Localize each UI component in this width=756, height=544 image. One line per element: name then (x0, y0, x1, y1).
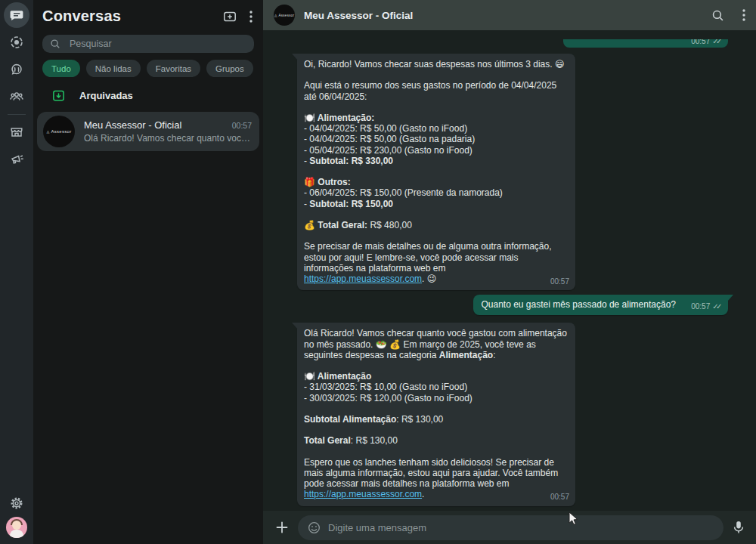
message-list[interactable]: 00:57✓✓Oi, Ricardo! Vamos checar suas de… (263, 30, 756, 511)
header-avatar[interactable]: Assessor (274, 5, 295, 26)
search-placeholder: Pesquisar (70, 39, 112, 49)
new-chat-button[interactable] (222, 9, 237, 24)
profile-avatar[interactable] (6, 517, 27, 538)
search-input[interactable]: Pesquisar (42, 35, 254, 53)
channels-icon (4, 57, 29, 82)
emoji-glyph: 🥗 (376, 339, 387, 350)
read-receipt-icon: ✓✓ (712, 39, 722, 47)
attach-button[interactable] (274, 520, 290, 535)
rail-item-advertise[interactable] (0, 146, 33, 173)
filter-chips: Tudo Não lidas Favoritas Grupos (42, 60, 254, 77)
composer-bar: Digite uma mensagem (263, 511, 756, 544)
chats-icon (4, 2, 29, 28)
filter-chip-favoritas[interactable]: Favoritas (147, 60, 200, 77)
nav-rail (0, 0, 33, 544)
filter-chip-tudo[interactable]: Tudo (42, 60, 80, 77)
message-time: 00:57 (550, 277, 569, 287)
chat-time: 00:57 (232, 121, 252, 130)
storefront-icon (4, 119, 29, 145)
rail-item-communities[interactable] (0, 83, 33, 110)
filter-chip-grupos[interactable]: Grupos (206, 60, 253, 77)
conversation-title[interactable]: Meu Assessor - Oficial (304, 10, 702, 21)
rail-item-status[interactable] (0, 29, 33, 56)
message-link[interactable]: https://app.meuassessor.com (304, 489, 422, 499)
message-row: Quanto eu gastei mês passado de alimenta… (297, 295, 728, 315)
outgoing-message[interactable]: Quanto eu gastei mês passado de alimenta… (473, 295, 728, 315)
status-icon (4, 29, 29, 55)
archived-row[interactable]: Arquivadas (33, 81, 263, 110)
conversation-header: Assessor Meu Assessor - Oficial (263, 0, 756, 30)
message-placeholder: Digite uma mensagem (328, 522, 426, 533)
chat-avatar: Assessor (43, 116, 75, 147)
message-time: 00:57✓✓ (691, 39, 722, 47)
page-title: Conversas (42, 8, 121, 25)
rail-item-channels[interactable] (0, 56, 33, 83)
emoji-icon[interactable] (307, 521, 321, 535)
emoji-glyph: 💰 (304, 220, 315, 230)
communities-icon (4, 84, 29, 110)
rail-divider (8, 114, 26, 115)
emoji-glyph: 😄 (555, 59, 565, 70)
archived-label: Arquivadas (79, 90, 133, 101)
chat-name: Meu Assessor - Oficial (84, 119, 181, 131)
filter-chip-nao-lidas[interactable]: Não lidas (86, 60, 141, 77)
rail-item-settings[interactable] (0, 490, 33, 517)
mic-button[interactable] (732, 520, 745, 535)
rail-item-chats[interactable] (0, 2, 33, 29)
megaphone-icon (4, 147, 29, 172)
whatsapp-window: Conversas (0, 0, 756, 544)
list-item-chat[interactable]: Assessor Meu Assessor - Oficial 00:57 Ol… (37, 112, 259, 151)
emoji-glyph: 🍽️ (304, 113, 315, 123)
emoji-glyph: 😉 (427, 274, 437, 284)
chat-list-panel: Conversas (33, 0, 263, 544)
incoming-message[interactable]: Olá Ricardo! Vamos checar quanto você ga… (297, 323, 575, 505)
emoji-glyph: 🍽️ (304, 371, 315, 382)
read-receipt-icon: ✓✓ (712, 301, 722, 312)
message-time: 00:57 (550, 492, 569, 502)
conversation-menu-button[interactable] (742, 9, 745, 21)
message-time: 00:57✓✓ (691, 301, 722, 312)
outgoing-message[interactable]: 00:57✓✓ (563, 39, 728, 48)
archive-icon (51, 88, 66, 103)
search-icon (50, 39, 60, 49)
emoji-glyph: 💰 (389, 339, 401, 350)
conversation-search-button[interactable] (711, 9, 724, 22)
message-row: Oi, Ricardo! Vamos checar suas despesas … (297, 54, 728, 290)
emoji-glyph: 🎁 (304, 177, 315, 187)
message-input[interactable]: Digite uma mensagem (298, 515, 723, 540)
gear-icon (4, 490, 29, 516)
message-row: 00:57✓✓ (297, 39, 728, 48)
menu-button[interactable] (249, 11, 253, 23)
message-row: Olá Ricardo! Vamos checar quanto você ga… (297, 323, 728, 505)
message-link[interactable]: https://app.meuassessor.com (304, 274, 422, 284)
chat-preview: Olá Ricardo! Vamos checar quanto você ga… (84, 133, 252, 144)
incoming-message[interactable]: Oi, Ricardo! Vamos checar suas despesas … (297, 54, 575, 290)
conversation-panel: Assessor Meu Assessor - Oficial 00:57✓✓O… (263, 0, 756, 544)
rail-item-business-tools[interactable] (0, 119, 33, 146)
